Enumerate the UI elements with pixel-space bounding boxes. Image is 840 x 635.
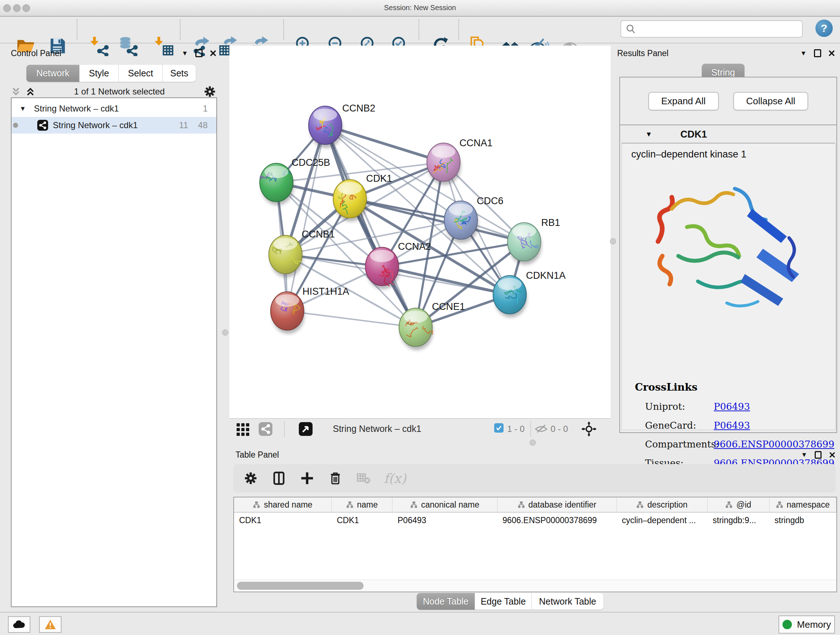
search-icon	[625, 24, 636, 35]
network-edge[interactable]	[325, 125, 416, 327]
maximize-panel-icon[interactable]	[815, 451, 821, 459]
crosslink-link[interactable]: 9606.ENSP00000378699	[714, 439, 834, 450]
maximize-panel-icon[interactable]	[814, 49, 821, 57]
add-column-icon[interactable]	[299, 470, 315, 486]
close-panel-icon[interactable]	[209, 49, 217, 57]
maximize-panel-icon[interactable]	[195, 49, 202, 57]
vertical-splitter-handle[interactable]	[222, 329, 228, 336]
selected-nodes-checkbox[interactable]	[494, 423, 504, 432]
control-panel-header: Control Panel ▼	[11, 47, 217, 59]
node-label: HIST1H1A	[302, 286, 349, 297]
network-tree-root-row[interactable]: ▼ String Network – cdk1 1	[11, 100, 216, 117]
table-cell[interactable]: stringdb:9...	[707, 516, 769, 525]
network-selected-status: 1 of 1 Network selected	[35, 87, 203, 97]
current-network-dot-icon	[13, 123, 18, 128]
table-cell[interactable]: CDK1	[234, 516, 332, 525]
entry-expander-icon[interactable]: ▼	[645, 130, 652, 138]
crosslink-link[interactable]: P06493	[714, 420, 750, 431]
horizontal-splitter-handle[interactable]	[530, 440, 536, 446]
table-cell[interactable]: P06493	[393, 516, 497, 525]
network-edge[interactable]	[382, 266, 510, 295]
tab-sets[interactable]: Sets	[163, 65, 196, 82]
table-cell[interactable]: CDK1	[332, 516, 393, 525]
close-panel-icon[interactable]	[828, 451, 836, 459]
network-graph[interactable]: CCNB2CCNA1CDC25BCDK1CDC6RB1CCNB1CCNA2CDK…	[229, 46, 611, 418]
network-node-CDC6[interactable]: CDC6	[444, 195, 504, 243]
network-node-CCNB1[interactable]: CCNB1	[269, 229, 335, 277]
table-cell[interactable]: cyclin–dependent ...	[617, 516, 707, 525]
table-horizontal-scrollbar[interactable]	[234, 580, 836, 592]
network-collection-name: String Network – cdk1	[34, 103, 119, 114]
column-header-canonical-name[interactable]: canonical name	[393, 497, 497, 512]
tree-expander-icon[interactable]: ▼	[19, 105, 26, 112]
network-edge[interactable]	[287, 311, 416, 327]
help-button[interactable]: ?	[815, 19, 833, 37]
column-header-label: shared name	[264, 500, 312, 510]
tab-network[interactable]: Network	[27, 65, 80, 82]
search-input[interactable]	[639, 24, 802, 34]
float-panel-icon[interactable]: ▼	[799, 49, 807, 57]
node-label: CCNA2	[398, 241, 431, 252]
crosslink-link[interactable]: P06493	[714, 401, 750, 412]
network-edge[interactable]	[287, 125, 325, 311]
network-node-CDKN1A[interactable]: CDKN1A	[493, 270, 566, 318]
hidden-items-eye-icon	[534, 421, 548, 437]
table-panel-tabs: Node Table Edge Table Network Table	[417, 593, 603, 610]
expand-all-chevron-icon[interactable]	[25, 87, 35, 97]
network-view-title: String Network – cdk1	[333, 424, 422, 434]
column-header-description[interactable]: description	[617, 497, 707, 512]
tab-edge-table[interactable]: Edge Table	[475, 593, 532, 610]
crosslink-label: Uniprot:	[635, 401, 714, 412]
column-header-database-identifier[interactable]: database identifier	[497, 497, 617, 512]
network-edge[interactable]	[325, 125, 444, 162]
delete-table-icon[interactable]	[355, 470, 371, 486]
float-panel-icon[interactable]: ▼	[800, 451, 808, 459]
network-tree-item-row[interactable]: String Network – cdk1 11 48	[11, 117, 216, 134]
search-box	[621, 20, 803, 38]
expand-all-button[interactable]: Expand All	[648, 92, 719, 111]
grid-view-icon[interactable]	[235, 421, 251, 437]
toolbar-separator	[283, 19, 284, 40]
application-window: Session: New Session	[0, 0, 840, 635]
network-canvas[interactable]: CCNB2CCNA1CDC25BCDK1CDC6RB1CCNB1CCNA2CDK…	[229, 46, 611, 418]
selected-node-edge-count: 1 - 0	[507, 424, 524, 434]
column-header-namespace[interactable]: namespace	[769, 497, 836, 512]
delete-column-icon[interactable]	[327, 470, 343, 486]
show-columns-icon[interactable]	[271, 470, 287, 486]
collapse-all-button[interactable]: Collapse All	[733, 92, 808, 111]
network-node-RB1[interactable]: RB1	[508, 217, 561, 264]
birds-eye-crosshair-icon[interactable]	[581, 421, 597, 437]
tab-select[interactable]: Select	[118, 65, 163, 82]
open-in-new-window-icon[interactable]	[298, 421, 314, 437]
network-options-gear-icon[interactable]	[203, 85, 216, 98]
status-bar: Memory	[0, 612, 840, 635]
warnings-button[interactable]	[39, 616, 62, 633]
function-builder-icon[interactable]: f(x)	[384, 471, 406, 486]
tab-node-table[interactable]: Node Table	[417, 593, 475, 610]
hidden-node-edge-count: 0 - 0	[551, 424, 568, 434]
network-node-CCNE1[interactable]: CCNE1	[399, 301, 465, 350]
main-toolbar: ?	[0, 17, 840, 43]
node-label: CCNB1	[302, 229, 335, 240]
network-type-icon	[37, 119, 49, 131]
close-panel-icon[interactable]	[828, 49, 836, 57]
table-options-gear-icon[interactable]	[243, 470, 259, 486]
column-header-shared-name[interactable]: shared name	[234, 497, 332, 512]
node-entry-header[interactable]: ▼ CDK1	[622, 126, 835, 143]
column-header--id[interactable]: @id	[707, 497, 769, 512]
table-row[interactable]: CDK1CDK1P064939606.ENSP00000378699cyclin…	[234, 513, 836, 528]
results-splitter-handle[interactable]	[610, 238, 616, 244]
network-node-HIST1H1A[interactable]: HIST1H1A	[271, 286, 349, 334]
network-view-type-icon[interactable]	[257, 421, 273, 437]
table-cell[interactable]: 9606.ENSP00000378699	[497, 516, 617, 525]
scrollbar-thumb[interactable]	[237, 582, 363, 590]
column-header-name[interactable]: name	[332, 497, 393, 512]
float-panel-icon[interactable]: ▼	[181, 49, 189, 57]
memory-button[interactable]: Memory	[778, 616, 835, 633]
tab-network-table[interactable]: Network Table	[532, 593, 603, 610]
collapse-all-chevron-icon[interactable]	[11, 87, 21, 97]
table-cell[interactable]: stringdb	[769, 516, 836, 525]
column-header-label: @id	[736, 500, 751, 510]
tab-style[interactable]: Style	[80, 65, 118, 82]
cloud-status-button[interactable]	[8, 616, 30, 633]
